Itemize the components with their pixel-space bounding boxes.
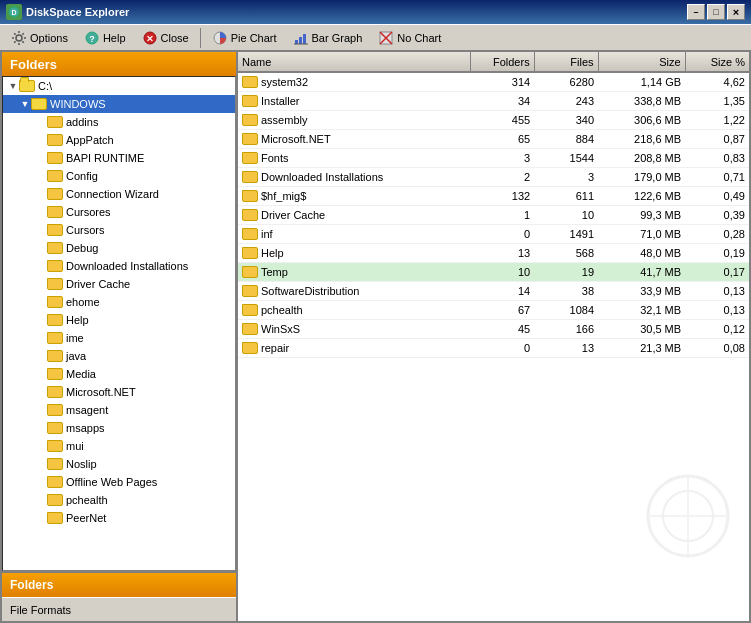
cell-name-text: system32 xyxy=(261,76,308,88)
cell-folders: 67 xyxy=(470,301,534,320)
bottom-sections: Folders File Formats xyxy=(2,571,236,621)
tree-item-peernet[interactable]: PeerNet xyxy=(3,509,235,527)
tree-item-pchealth[interactable]: pchealth xyxy=(3,491,235,509)
tree-item-config[interactable]: Config xyxy=(3,167,235,185)
tree-item-connection-wizard[interactable]: Connection Wizard xyxy=(3,185,235,203)
folder-icon-offline xyxy=(47,476,63,488)
folder-row-icon xyxy=(242,342,258,354)
tree-item-java[interactable]: java xyxy=(3,347,235,365)
tree-label-windows: WINDOWS xyxy=(50,98,106,110)
tree-item-downloaded[interactable]: Downloaded Installations xyxy=(3,257,235,275)
cell-name-text: Driver Cache xyxy=(261,209,325,221)
cell-name: repair xyxy=(238,339,470,357)
tree-item-c-drive[interactable]: ▼ C:\ xyxy=(3,77,235,95)
options-menu-btn[interactable]: Options xyxy=(4,27,75,49)
table-row[interactable]: Installer 34 243 338,8 MB 1,35 xyxy=(238,92,749,111)
cell-name: pchealth xyxy=(238,301,470,319)
table-row[interactable]: WinSxS 45 166 30,5 MB 0,12 xyxy=(238,320,749,339)
table-row[interactable]: $hf_mig$ 132 611 122,6 MB 0,49 xyxy=(238,187,749,206)
right-scroll-area[interactable]: Name Folders Files Size xyxy=(238,52,749,621)
tree-item-driver-cache[interactable]: Driver Cache xyxy=(3,275,235,293)
bar-graph-btn[interactable]: Bar Graph xyxy=(286,27,370,49)
tree-item-cursores[interactable]: Cursores xyxy=(3,203,235,221)
folder-row-icon xyxy=(242,114,258,126)
svg-text:D: D xyxy=(11,9,16,16)
right-panel: Name Folders Files Size xyxy=(238,52,749,621)
col-folders[interactable]: Folders xyxy=(470,52,534,72)
table-row[interactable]: Downloaded Installations 2 3 179,0 MB 0,… xyxy=(238,168,749,187)
tree-label-cursores: Cursores xyxy=(66,206,111,218)
folder-icon-peernet xyxy=(47,512,63,524)
tree-item-ehome[interactable]: ehome xyxy=(3,293,235,311)
folder-icon-cursors xyxy=(47,224,63,236)
cell-files: 568 xyxy=(534,244,598,263)
table-row[interactable]: repair 0 13 21,3 MB 0,08 xyxy=(238,339,749,358)
cell-files: 884 xyxy=(534,130,598,149)
tree-item-noslip[interactable]: Noslip xyxy=(3,455,235,473)
cell-files: 1084 xyxy=(534,301,598,320)
cell-size: 122,6 MB xyxy=(598,187,685,206)
no-chart-icon xyxy=(378,30,394,46)
tree-item-msagent[interactable]: msagent xyxy=(3,401,235,419)
tree-item-addins[interactable]: addins xyxy=(3,113,235,131)
cell-size: 338,8 MB xyxy=(598,92,685,111)
folder-icon-addins xyxy=(47,116,63,128)
pie-chart-btn[interactable]: Pie Chart xyxy=(205,27,284,49)
help-menu-btn[interactable]: ? Help xyxy=(77,27,133,49)
minimize-button[interactable]: – xyxy=(687,4,705,20)
table-row[interactable]: SoftwareDistribution 14 38 33,9 MB 0,13 xyxy=(238,282,749,301)
tree-item-bapi[interactable]: BAPI RUNTIME xyxy=(3,149,235,167)
tree-item-cursors[interactable]: Cursors xyxy=(3,221,235,239)
folder-row-icon xyxy=(242,209,258,221)
folders-section-header[interactable]: Folders xyxy=(2,573,236,597)
folder-icon-bapi xyxy=(47,152,63,164)
tree-item-msapps[interactable]: msapps xyxy=(3,419,235,437)
folder-tree[interactable]: ▼ C:\ ▼ WINDOWS addins AppPatch xyxy=(2,76,236,571)
tree-item-windows[interactable]: ▼ WINDOWS xyxy=(3,95,235,113)
tree-label-msagent: msagent xyxy=(66,404,108,416)
col-name[interactable]: Name xyxy=(238,52,470,72)
table-row[interactable]: inf 0 1491 71,0 MB 0,28 xyxy=(238,225,749,244)
cell-name-text: Fonts xyxy=(261,152,289,164)
tree-item-offline[interactable]: Offline Web Pages xyxy=(3,473,235,491)
cell-files: 19 xyxy=(534,263,598,282)
folder-row-icon xyxy=(242,171,258,183)
tree-item-microsoft-net[interactable]: Microsoft.NET xyxy=(3,383,235,401)
table-row[interactable]: Help 13 568 48,0 MB 0,19 xyxy=(238,244,749,263)
tree-item-ime[interactable]: ime xyxy=(3,329,235,347)
cell-name: assembly xyxy=(238,111,470,129)
cell-size: 48,0 MB xyxy=(598,244,685,263)
col-size[interactable]: Size xyxy=(598,52,685,72)
tree-item-mui[interactable]: mui xyxy=(3,437,235,455)
close-button[interactable]: × xyxy=(727,4,745,20)
cell-name-text: Help xyxy=(261,247,284,259)
cell-folders: 0 xyxy=(470,339,534,358)
no-chart-btn[interactable]: No Chart xyxy=(371,27,448,49)
table-row[interactable]: assembly 455 340 306,6 MB 1,22 xyxy=(238,111,749,130)
table-row[interactable]: Fonts 3 1544 208,8 MB 0,83 xyxy=(238,149,749,168)
tree-item-media[interactable]: Media xyxy=(3,365,235,383)
tree-item-apppatch[interactable]: AppPatch xyxy=(3,131,235,149)
tree-label-apppatch: AppPatch xyxy=(66,134,114,146)
folder-row-icon xyxy=(242,76,258,88)
table-row[interactable]: system32 314 6280 1,14 GB 4,62 xyxy=(238,72,749,92)
file-formats-section-header[interactable]: File Formats xyxy=(2,597,236,621)
col-files[interactable]: Files xyxy=(534,52,598,72)
tree-item-debug[interactable]: Debug xyxy=(3,239,235,257)
tree-item-help[interactable]: Help xyxy=(3,311,235,329)
cell-name: Microsoft.NET xyxy=(238,130,470,148)
table-row[interactable]: Microsoft.NET 65 884 218,6 MB 0,87 xyxy=(238,130,749,149)
cell-files: 38 xyxy=(534,282,598,301)
cell-size: 30,5 MB xyxy=(598,320,685,339)
close-menu-btn[interactable]: ✕ Close xyxy=(135,27,196,49)
cell-size: 33,9 MB xyxy=(598,282,685,301)
table-row[interactable]: Driver Cache 1 10 99,3 MB 0,39 xyxy=(238,206,749,225)
tree-label-help: Help xyxy=(66,314,89,326)
folder-icon-msagent xyxy=(47,404,63,416)
table-row[interactable]: pchealth 67 1084 32,1 MB 0,13 xyxy=(238,301,749,320)
table-row[interactable]: Temp 10 19 41,7 MB 0,17 xyxy=(238,263,749,282)
col-size-pct[interactable]: Size % xyxy=(685,52,749,72)
cell-name: Driver Cache xyxy=(238,206,470,224)
folder-row-icon xyxy=(242,304,258,316)
maximize-button[interactable]: □ xyxy=(707,4,725,20)
